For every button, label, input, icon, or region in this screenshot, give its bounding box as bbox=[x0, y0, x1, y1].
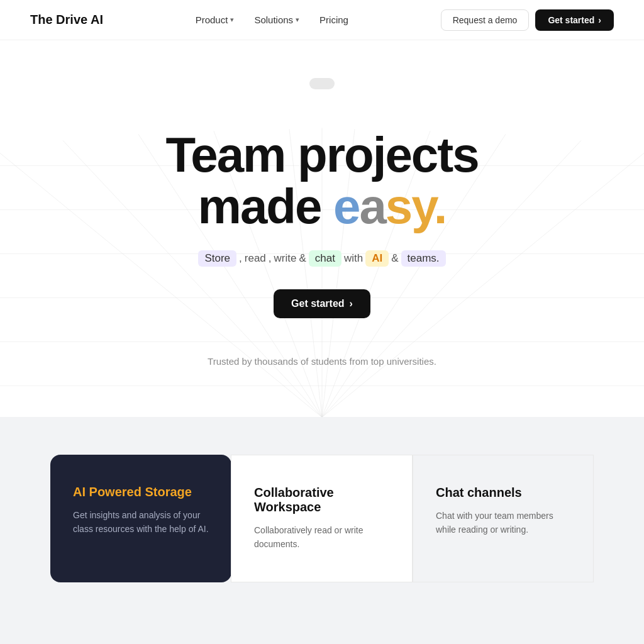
letter-a: a bbox=[359, 179, 385, 234]
letter-s: s bbox=[386, 179, 411, 234]
nav-logo[interactable]: The Drive AI bbox=[30, 13, 103, 27]
comma-2: , bbox=[269, 252, 272, 265]
hero-subtitle: Store , read , write & chat with AI & te… bbox=[13, 250, 631, 267]
tag-write: write bbox=[274, 252, 297, 265]
hero-made: made bbox=[198, 179, 333, 234]
nav-product-label: Product bbox=[196, 14, 228, 25]
tag-teams: teams. bbox=[401, 250, 446, 267]
feature-ai-storage-title: AI Powered Storage bbox=[73, 485, 209, 499]
nav-actions: Request a demo Get started › bbox=[441, 9, 614, 31]
features-section: AI Powered Storage Get insights and anal… bbox=[0, 417, 644, 633]
feature-chat-title: Chat channels bbox=[436, 486, 570, 500]
hero-cta: Get started › bbox=[13, 289, 631, 318]
with-text: with bbox=[344, 252, 363, 265]
feature-collaborative-desc: Collaboratively read or write documents. bbox=[254, 523, 389, 552]
nav-product[interactable]: Product ▾ bbox=[188, 11, 242, 29]
letter-e: e bbox=[333, 179, 359, 234]
feature-card-collaborative: Collaborative Workspace Collaboratively … bbox=[231, 455, 413, 582]
chevron-down-icon: ▾ bbox=[230, 16, 234, 24]
amp-2: & bbox=[391, 252, 398, 265]
tag-read: read bbox=[245, 252, 266, 265]
tag-chat: chat bbox=[309, 250, 341, 267]
hero-title-line2: made easy. bbox=[13, 181, 631, 233]
comma-1: , bbox=[239, 252, 242, 265]
get-started-nav-label: Get started bbox=[548, 15, 594, 25]
nav-solutions[interactable]: Solutions ▾ bbox=[247, 11, 307, 29]
feature-collaborative-title: Collaborative Workspace bbox=[254, 486, 389, 514]
dot-period: . bbox=[434, 179, 447, 234]
bottom-strip bbox=[0, 633, 644, 644]
feature-ai-storage-desc: Get insights and analysis of your class … bbox=[73, 508, 209, 536]
letter-y: y bbox=[411, 179, 434, 234]
chevron-down-icon: ▾ bbox=[296, 16, 299, 24]
feature-chat-desc: Chat with your team members while readin… bbox=[436, 509, 570, 537]
hero-section: .gl{stroke:#ddd;stroke-width:0.7;fill:no… bbox=[0, 40, 644, 417]
get-started-nav-button[interactable]: Get started › bbox=[535, 9, 614, 31]
nav-links: Product ▾ Solutions ▾ Pricing bbox=[188, 11, 356, 29]
request-demo-button[interactable]: Request a demo bbox=[441, 9, 530, 31]
nav-pricing[interactable]: Pricing bbox=[312, 11, 356, 29]
features-grid: AI Powered Storage Get insights and anal… bbox=[50, 455, 594, 582]
get-started-hero-label: Get started bbox=[291, 298, 344, 309]
arrow-right-icon: › bbox=[598, 15, 601, 25]
hero-badge bbox=[309, 78, 335, 89]
amp-1: & bbox=[299, 252, 306, 265]
arrow-right-hero-icon: › bbox=[350, 298, 353, 309]
hero-title: Team projects made easy. bbox=[13, 130, 631, 233]
tag-store: Store bbox=[198, 250, 236, 267]
feature-card-ai-storage: AI Powered Storage Get insights and anal… bbox=[50, 455, 231, 582]
navbar: The Drive AI Product ▾ Solutions ▾ Prici… bbox=[0, 0, 644, 40]
nav-pricing-label: Pricing bbox=[319, 14, 348, 25]
feature-card-chat: Chat channels Chat with your team member… bbox=[413, 455, 594, 582]
nav-solutions-label: Solutions bbox=[254, 14, 293, 25]
tag-ai: AI bbox=[365, 250, 389, 267]
trust-text: Trusted by thousands of students from to… bbox=[13, 356, 631, 367]
get-started-hero-button[interactable]: Get started › bbox=[274, 289, 370, 318]
hero-title-line1: Team projects bbox=[165, 127, 478, 182]
